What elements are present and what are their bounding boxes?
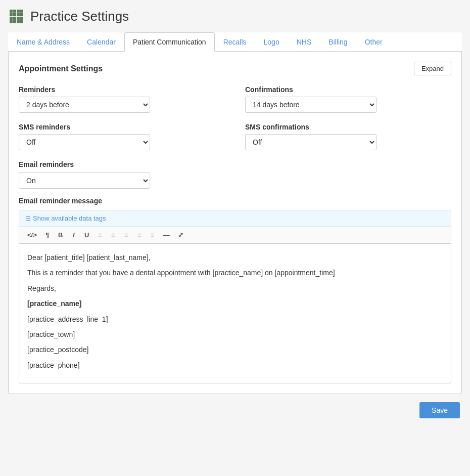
data-tags-bar: ⊞ Show available data tags: [19, 210, 451, 227]
editor-line-5: [practice_address_line_1]: [27, 314, 443, 325]
section-header: Appointment Settings Expand: [19, 62, 451, 75]
sms-reminders-label: SMS reminders: [19, 123, 225, 131]
toolbar-align-left-btn[interactable]: ≡: [121, 230, 132, 240]
toolbar-hr-btn[interactable]: —: [160, 230, 173, 240]
email-message-section: Email reminder message ⊞ Show available …: [19, 197, 451, 383]
page-header: Practice Settings: [8, 8, 462, 24]
sms-confirmations-select[interactable]: Off On: [245, 134, 377, 150]
sms-reminders-select[interactable]: Off On: [19, 134, 150, 150]
save-bar: Save: [8, 402, 462, 418]
toolbar-ul-btn[interactable]: ≡: [95, 230, 106, 240]
tabs-bar: Name & Address Calendar Patient Communic…: [8, 32, 462, 52]
reminders-select[interactable]: Off 1 day before 2 days before 3 days be…: [19, 97, 150, 113]
tab-patient-communication[interactable]: Patient Communication: [124, 32, 215, 52]
reminders-label: Reminders: [19, 85, 225, 94]
confirmations-label: Confirmations: [245, 85, 451, 94]
toolbar-paragraph-btn[interactable]: ¶: [42, 230, 53, 240]
editor-line-3: Regards,: [27, 283, 443, 294]
tab-name-address[interactable]: Name & Address: [8, 32, 78, 52]
editor-line-1: Dear [patient_title] [patient_last_name]…: [27, 252, 443, 263]
expand-button[interactable]: Expand: [414, 62, 451, 75]
editor-line-7: [practice_postcode]: [27, 344, 443, 355]
form-grid-top: Reminders Off 1 day before 2 days before…: [19, 85, 451, 150]
tab-calendar[interactable]: Calendar: [78, 32, 124, 52]
tab-logo[interactable]: Logo: [255, 32, 288, 52]
editor-container: </> ¶ B I U ≡ ≡ ≡ ≡ ≡ — ⤢ Dear [patient_…: [19, 227, 451, 383]
toolbar-expand-btn[interactable]: ⤢: [175, 230, 186, 240]
tab-recalls[interactable]: Recalls: [215, 32, 255, 52]
sms-confirmations-group: SMS confirmations Off On: [245, 123, 451, 150]
save-button[interactable]: Save: [419, 402, 460, 418]
main-content: Appointment Settings Expand Reminders Of…: [8, 52, 462, 394]
reminders-group: Reminders Off 1 day before 2 days before…: [19, 85, 225, 113]
tab-other[interactable]: Other: [356, 32, 391, 52]
sms-reminders-group: SMS reminders Off On: [19, 123, 225, 150]
app-icon: [8, 8, 24, 24]
editor-toolbar: </> ¶ B I U ≡ ≡ ≡ ≡ ≡ — ⤢: [19, 227, 451, 244]
toolbar-align-right-btn[interactable]: ≡: [147, 230, 158, 240]
toolbar-align-center-btn[interactable]: ≡: [134, 230, 145, 240]
toolbar-italic-btn[interactable]: I: [68, 230, 79, 240]
toolbar-underline-btn[interactable]: U: [81, 230, 92, 240]
email-reminders-section: Email reminders Off On: [19, 160, 451, 189]
editor-body[interactable]: Dear [patient_title] [patient_last_name]…: [19, 244, 451, 383]
email-message-title: Email reminder message: [19, 197, 451, 205]
confirmations-select[interactable]: Off 1 day before 2 days before 3 days be…: [245, 97, 377, 113]
email-reminders-select[interactable]: Off On: [19, 172, 150, 189]
editor-line-6: [practice_town]: [27, 329, 443, 340]
editor-line-4: [practice_name]: [27, 298, 443, 309]
confirmations-group: Confirmations Off 1 day before 2 days be…: [245, 85, 451, 113]
plus-icon: ⊞: [25, 214, 31, 222]
editor-line-8: [practice_phone]: [27, 360, 443, 371]
page-title: Practice Settings: [30, 9, 129, 24]
data-tags-label: Show available data tags: [33, 214, 106, 222]
data-tags-link[interactable]: ⊞ Show available data tags: [25, 214, 445, 222]
editor-line-2: This is a reminder that you have a denta…: [27, 267, 443, 278]
sms-confirmations-label: SMS confirmations: [245, 123, 451, 131]
toolbar-ol-btn[interactable]: ≡: [108, 230, 119, 240]
editor-practice-name: [practice_name]: [27, 299, 81, 308]
section-title: Appointment Settings: [19, 64, 103, 73]
tab-nhs[interactable]: NHS: [288, 32, 320, 52]
page-container: Practice Settings Name & Address Calenda…: [0, 0, 470, 476]
tab-billing[interactable]: Billing: [320, 32, 356, 52]
toolbar-bold-btn[interactable]: B: [55, 230, 66, 240]
toolbar-code-btn[interactable]: </>: [24, 230, 40, 240]
email-reminders-label: Email reminders: [19, 160, 451, 168]
